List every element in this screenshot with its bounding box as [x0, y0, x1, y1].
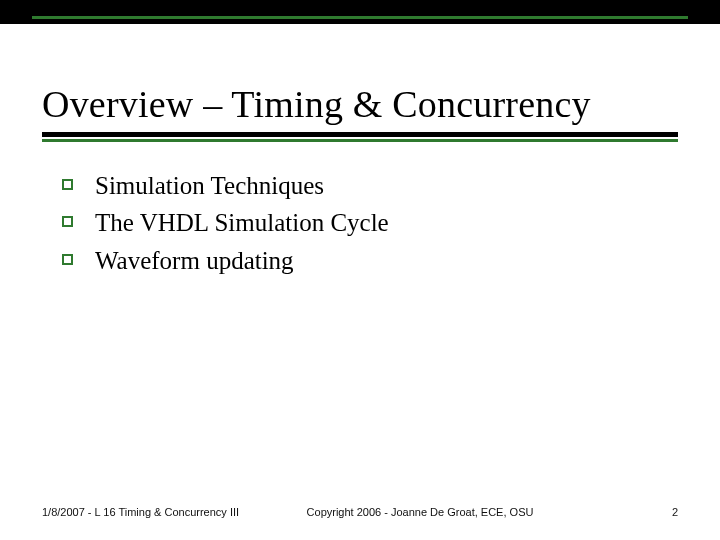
square-bullet-icon: [62, 179, 73, 190]
title-underline-green: [42, 139, 678, 142]
list-item-text: Waveform updating: [95, 245, 294, 276]
footer-page-number: 2: [598, 506, 678, 518]
slide-title: Overview – Timing & Concurrency: [42, 82, 678, 126]
slide: Overview – Timing & Concurrency Simulati…: [0, 0, 720, 540]
body: Simulation Techniques The VHDL Simulatio…: [62, 170, 658, 282]
square-bullet-icon: [62, 216, 73, 227]
list-item-text: Simulation Techniques: [95, 170, 324, 201]
title-underline: [42, 132, 678, 142]
top-bar-accent: [32, 16, 688, 19]
top-bar: [0, 0, 720, 24]
list-item-text: The VHDL Simulation Cycle: [95, 207, 389, 238]
list-item: Simulation Techniques: [62, 170, 658, 201]
footer: 1/8/2007 - L 16 Timing & Concurrency III…: [42, 506, 678, 518]
footer-left: 1/8/2007 - L 16 Timing & Concurrency III: [42, 506, 242, 518]
list-item: The VHDL Simulation Cycle: [62, 207, 658, 238]
list-item: Waveform updating: [62, 245, 658, 276]
title-underline-black: [42, 132, 678, 137]
square-bullet-icon: [62, 254, 73, 265]
footer-center: Copyright 2006 - Joanne De Groat, ECE, O…: [242, 506, 598, 518]
